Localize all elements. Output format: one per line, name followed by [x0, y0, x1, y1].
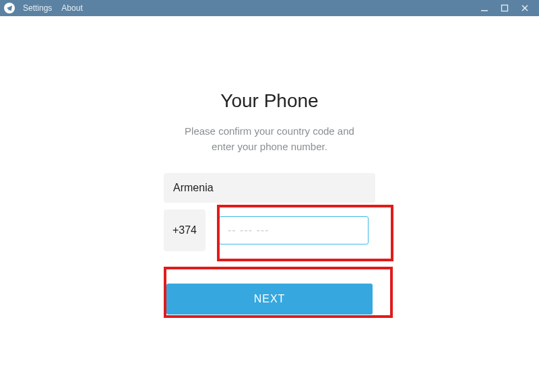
menu-settings[interactable]: Settings [23, 3, 52, 13]
phone-input-wrap [212, 209, 375, 251]
page-title: Your Phone [0, 90, 539, 112]
minimize-button[interactable] [478, 2, 490, 14]
maximize-button[interactable] [499, 2, 511, 14]
menu-about[interactable]: About [61, 3, 82, 13]
svg-rect-1 [502, 5, 508, 11]
dial-code-value: +374 [172, 224, 197, 236]
window-controls [478, 2, 535, 14]
titlebar: Settings About [0, 0, 539, 16]
close-button[interactable] [519, 2, 531, 14]
telegram-icon [4, 3, 15, 13]
page-subtitle: Please confirm your country code and ent… [0, 124, 539, 154]
content-area: Your Phone Please confirm your country c… [0, 16, 539, 392]
svg-rect-0 [481, 10, 488, 11]
phone-form: Armenia +374 [164, 173, 375, 251]
phone-number-input[interactable] [219, 216, 369, 244]
country-value: Armenia [173, 182, 214, 194]
country-select[interactable]: Armenia [164, 173, 375, 203]
next-button[interactable]: NEXT [166, 284, 373, 315]
phone-row: +374 [164, 209, 375, 251]
dial-code-field[interactable]: +374 [164, 209, 205, 251]
